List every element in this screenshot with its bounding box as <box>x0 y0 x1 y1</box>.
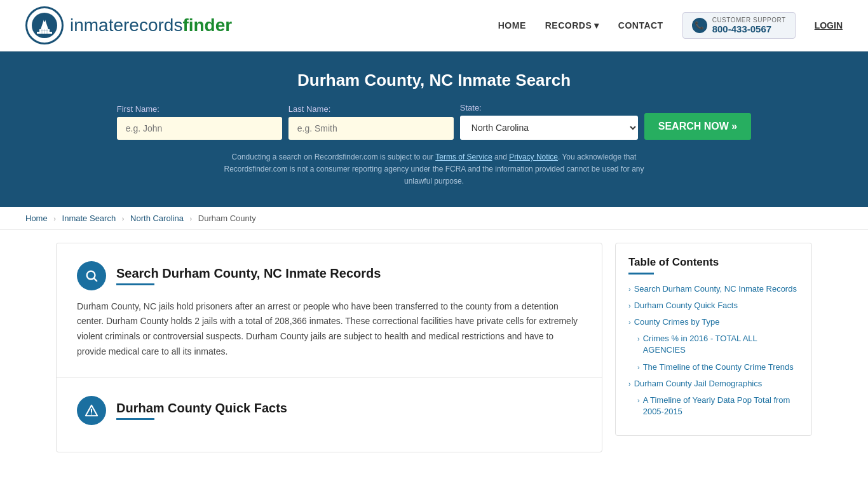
search-section-icon <box>77 261 106 290</box>
svg-point-13 <box>91 413 92 414</box>
hero-section: Durham County, NC Inmate Search First Na… <box>0 51 868 207</box>
last-name-label: Last Name: <box>288 104 330 114</box>
breadcrumb-sep-3: › <box>190 215 193 222</box>
first-name-input[interactable] <box>117 117 282 140</box>
site-header: inmaterecordsfinder HOME RECORDS ▾ CONTA… <box>0 0 868 51</box>
quick-facts-icon <box>77 396 106 425</box>
first-name-label: First Name: <box>117 104 159 114</box>
svg-rect-7 <box>44 29 45 34</box>
toc-list-item: ›Search Durham County, NC Inmate Records <box>628 283 799 295</box>
nav-contact[interactable]: CONTACT <box>618 20 663 30</box>
search-button[interactable]: SEARCH NOW » <box>644 113 751 140</box>
state-select[interactable]: North Carolina <box>460 116 638 140</box>
last-name-group: Last Name: <box>288 104 454 140</box>
privacy-link[interactable]: Privacy Notice <box>509 152 558 161</box>
breadcrumb: Home › Inmate Search › North Carolina › … <box>0 207 868 230</box>
disclaimer-text: Conducting a search on Recordsfinder.com… <box>212 151 656 188</box>
phone-icon: 📞 <box>692 18 707 33</box>
content-area: Search Durham County, NC Inmate Records … <box>56 243 602 452</box>
quick-facts-header: Durham County Quick Facts <box>77 396 581 425</box>
last-name-input[interactable] <box>288 117 454 140</box>
toc-list-item: ›The Timeline of the County Crime Trends <box>628 362 799 373</box>
tos-link[interactable]: Terms of Service <box>435 152 492 161</box>
support-number: 800-433-0567 <box>712 24 786 34</box>
sidebar-toc: Table of Contents ›Search Durham County,… <box>615 243 812 437</box>
breadcrumb-sep-2: › <box>122 215 125 222</box>
toc-list-item: ›Durham County Quick Facts <box>628 300 799 311</box>
toc-arrow-icon: › <box>637 363 640 372</box>
search-section-title: Search Durham County, NC Inmate Records <box>116 266 381 281</box>
svg-rect-6 <box>41 29 43 34</box>
logo-text: inmaterecordsfinder <box>70 15 232 36</box>
toc-list-item: ›County Crimes by Type <box>628 316 799 328</box>
nav-home[interactable]: HOME <box>498 20 526 30</box>
svg-line-10 <box>94 278 97 281</box>
state-label: State: <box>460 103 482 112</box>
page-title: Durham County, NC Inmate Search <box>25 71 843 90</box>
search-form: First Name: Last Name: State: North Caro… <box>25 103 843 140</box>
toc-link[interactable]: ›County Crimes by Type <box>628 316 799 328</box>
main-content: Search Durham County, NC Inmate Records … <box>31 243 837 452</box>
toc-list-item: ›Crimes % in 2016 - TOTAL ALL AGENCIES <box>628 333 799 356</box>
quick-facts-title: Durham County Quick Facts <box>116 401 287 416</box>
breadcrumb-home[interactable]: Home <box>25 214 48 223</box>
quick-facts-section: Durham County Quick Facts <box>57 378 602 452</box>
toc-arrow-icon: › <box>628 285 631 294</box>
search-section-body: Durham County, NC jails hold prisoners a… <box>77 299 581 360</box>
search-section-header: Search Durham County, NC Inmate Records <box>77 261 581 290</box>
toc-link[interactable]: ›Durham County Quick Facts <box>628 300 799 311</box>
toc-list-item: ›A Timeline of Yearly Data Pop Total fro… <box>628 395 799 417</box>
customer-support-box: 📞 CUSTOMER SUPPORT 800-433-0567 <box>682 12 796 39</box>
breadcrumb-current: Durham County <box>198 214 256 223</box>
toc-link[interactable]: ›Search Durham County, NC Inmate Records <box>628 283 799 295</box>
nav-records[interactable]: RECORDS ▾ <box>545 20 599 30</box>
first-name-group: First Name: <box>117 104 282 140</box>
svg-rect-4 <box>44 18 45 22</box>
toc-arrow-icon: › <box>637 396 640 405</box>
toc-list: ›Search Durham County, NC Inmate Records… <box>628 283 799 418</box>
search-records-section: Search Durham County, NC Inmate Records … <box>57 243 602 378</box>
toc-arrow-icon: › <box>628 379 631 389</box>
toc-link[interactable]: ›Durham County Jail Demographics <box>628 378 799 390</box>
logo-icon <box>25 6 64 44</box>
toc-title: Table of Contents <box>628 256 799 269</box>
logo-area: inmaterecordsfinder <box>25 6 232 44</box>
toc-divider <box>628 273 654 274</box>
toc-arrow-icon: › <box>628 301 631 311</box>
breadcrumb-north-carolina[interactable]: North Carolina <box>130 214 184 223</box>
search-section-underline <box>116 283 154 285</box>
state-group: State: North Carolina <box>460 103 638 140</box>
chevron-down-icon: ▾ <box>594 20 599 30</box>
toc-list-item: ›Durham County Jail Demographics <box>628 378 799 390</box>
svg-rect-8 <box>46 29 48 34</box>
toc-link[interactable]: ›The Timeline of the County Crime Trends <box>637 362 799 373</box>
main-nav: HOME RECORDS ▾ CONTACT 📞 CUSTOMER SUPPOR… <box>498 12 843 39</box>
quick-facts-underline <box>116 418 154 420</box>
support-label: CUSTOMER SUPPORT <box>712 17 786 24</box>
toc-arrow-icon: › <box>628 318 631 327</box>
toc-link[interactable]: ›A Timeline of Yearly Data Pop Total fro… <box>637 395 799 417</box>
breadcrumb-inmate-search[interactable]: Inmate Search <box>62 214 116 223</box>
toc-link[interactable]: ›Crimes % in 2016 - TOTAL ALL AGENCIES <box>637 333 799 356</box>
breadcrumb-sep-1: › <box>53 215 56 222</box>
toc-arrow-icon: › <box>637 334 640 344</box>
nav-login[interactable]: LOGIN <box>815 20 843 30</box>
